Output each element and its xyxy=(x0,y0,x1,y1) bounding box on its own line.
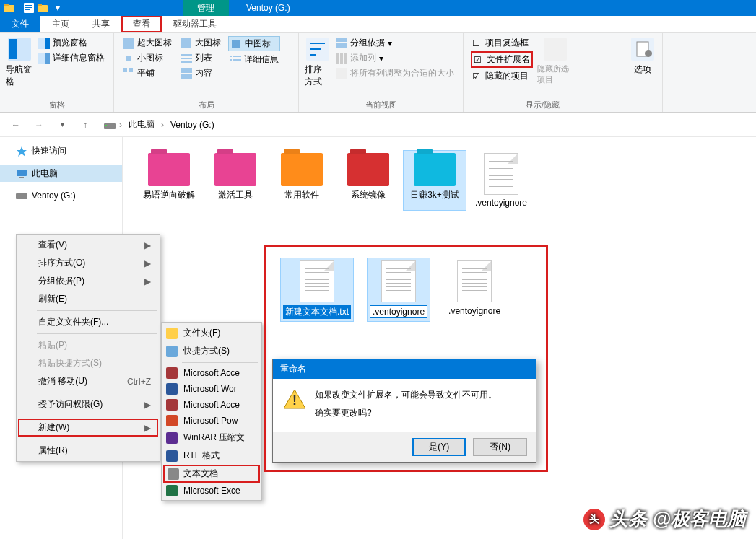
sort-by-button[interactable]: 排序方式 xyxy=(303,35,331,91)
ctx-new-item[interactable]: Microsoft Acce xyxy=(163,397,260,413)
tab-drive-tools[interactable]: 驱动器工具 xyxy=(162,16,228,32)
warning-icon: ! xyxy=(283,389,306,409)
qat-dropdown-icon[interactable]: ▾ xyxy=(51,1,64,14)
layout-small[interactable]: 小图标 xyxy=(121,51,173,65)
folder-item[interactable]: 常用软件 xyxy=(270,150,334,211)
overlay-file-item[interactable]: 新建文本文档.txt xyxy=(280,258,354,322)
breadcrumb[interactable]: 此电脑 Ventoy (G:) xyxy=(100,115,749,134)
ctx-item[interactable]: 刷新(E) xyxy=(18,290,158,308)
svg-rect-28 xyxy=(233,59,241,61)
ctx-item[interactable]: 属性(R) xyxy=(18,442,158,460)
folder-icon xyxy=(148,153,190,186)
ctx-new-item[interactable]: Microsoft Pow xyxy=(163,413,260,429)
txt-icon xyxy=(168,468,179,480)
access-icon xyxy=(166,367,178,379)
ribbon-tabstrip: 文件 主页 共享 查看 驱动器工具 xyxy=(0,16,756,33)
layout-content[interactable]: 内容 xyxy=(179,66,222,80)
file-label[interactable]: .ventoyignore xyxy=(370,305,427,318)
sidebar-ventoy[interactable]: Ventoy (G:) xyxy=(0,188,122,203)
ribbon: 导航窗格 预览窗格 详细信息窗格 窗格 超大图标 小图标 平铺 大图标 列表 内… xyxy=(0,33,756,113)
tab-home[interactable]: 主页 xyxy=(40,16,81,32)
ctx-new-item[interactable]: 文本文档 xyxy=(163,465,260,483)
overlay-file-item[interactable]: .ventoyignore xyxy=(367,258,430,322)
svg-rect-45 xyxy=(16,193,27,199)
dialog-no-button[interactable]: 否(N) xyxy=(473,438,527,456)
folder-item[interactable]: 系统镜像 xyxy=(336,150,400,211)
ctx-item[interactable]: 查看(V)▶ xyxy=(18,236,158,254)
layout-details[interactable]: 详细信息 xyxy=(228,53,280,66)
file-label[interactable]: 新建文本文档.txt xyxy=(283,305,351,319)
svg-rect-32 xyxy=(336,53,339,64)
group-by-button[interactable]: 分组依据 ▾ xyxy=(334,36,456,50)
properties-icon[interactable] xyxy=(22,1,35,14)
folder-item[interactable]: 易语逆向破解 xyxy=(137,150,201,211)
details-pane-button[interactable]: 详细信息窗格 xyxy=(37,51,106,65)
hide-selected-label: 隐藏所选项目 xyxy=(537,63,573,85)
layout-extra-large[interactable]: 超大图标 xyxy=(121,36,173,50)
hidden-items-toggle[interactable]: 隐藏的项目 xyxy=(471,69,533,83)
dialog-title: 重命名 xyxy=(273,359,536,379)
titlebar: ▾ 管理 Ventoy (G:) xyxy=(0,0,756,16)
ctx-new-item[interactable]: Microsoft Exce xyxy=(163,483,260,499)
hide-selected-button[interactable]: 隐藏所选项目 xyxy=(536,35,575,88)
folder-item[interactable]: 日赚3k+测试 xyxy=(403,150,466,211)
group-layout-label: 布局 xyxy=(118,98,294,112)
group-show-hide-label: 显示/隐藏 xyxy=(468,98,617,112)
breadcrumb-this-pc[interactable]: 此电脑 xyxy=(126,117,157,132)
ctx-item[interactable]: 新建(W)▶ xyxy=(18,419,158,437)
ctx-new-item[interactable]: 快捷方式(S) xyxy=(163,342,260,360)
back-button[interactable]: ← xyxy=(7,116,25,133)
new-folder-icon[interactable] xyxy=(37,1,50,14)
svg-rect-15 xyxy=(126,56,131,61)
forward-button[interactable]: → xyxy=(30,116,48,133)
ctx-item[interactable]: 授予访问权限(G)▶ xyxy=(18,395,158,413)
ctx-item[interactable]: 分组依据(P)▶ xyxy=(18,272,158,290)
chevron-right-icon: ▶ xyxy=(144,240,151,250)
svg-rect-34 xyxy=(344,53,347,64)
ctx-item[interactable]: 粘贴(P) xyxy=(18,336,158,354)
recent-dropdown[interactable]: ▾ xyxy=(53,116,71,133)
svg-marker-42 xyxy=(17,146,27,157)
layout-large[interactable]: 大图标 xyxy=(179,36,222,50)
folder-label: 日赚3k+测试 xyxy=(410,189,459,201)
layout-medium[interactable]: 中图标 xyxy=(228,36,280,51)
file-item[interactable]: .ventoyignore xyxy=(469,150,533,211)
add-columns-button[interactable]: 添加列 ▾ xyxy=(334,51,456,65)
svg-rect-16 xyxy=(123,68,127,72)
size-all-columns-button[interactable]: 将所有列调整为合适的大小 xyxy=(334,66,456,80)
ctx-item[interactable]: 排序方式(O)▶ xyxy=(18,254,158,272)
sidebar-quick-access[interactable]: 快速访问 xyxy=(0,143,122,159)
layout-tiles[interactable]: 平铺 xyxy=(121,66,173,80)
item-checkboxes-toggle[interactable]: 项目复选框 xyxy=(471,36,533,50)
svg-rect-26 xyxy=(233,56,241,57)
svg-rect-46 xyxy=(166,328,178,339)
folder-item[interactable]: 激活工具 xyxy=(204,150,267,211)
group-current-view-label: 当前视图 xyxy=(303,98,459,112)
svg-rect-3 xyxy=(25,5,32,6)
nav-pane-label: 导航窗格 xyxy=(6,63,32,88)
file-ext-toggle[interactable]: 文件扩展名 xyxy=(471,51,533,68)
context-tab-manage[interactable]: 管理 xyxy=(183,0,229,16)
tab-view[interactable]: 查看 xyxy=(121,16,162,32)
up-button[interactable]: ↑ xyxy=(77,116,94,133)
ctx-item[interactable]: 撤消 移动(U)Ctrl+Z xyxy=(18,372,158,390)
ctx-item[interactable]: 粘贴快捷方式(S) xyxy=(18,354,158,372)
ctx-new-item[interactable]: Microsoft Acce xyxy=(163,365,260,381)
svg-rect-52 xyxy=(166,432,178,444)
sidebar-this-pc[interactable]: 此电脑 xyxy=(0,165,122,182)
nav-pane-button[interactable]: 导航窗格 xyxy=(4,35,34,91)
overlay-file-item[interactable]: .ventoyignore xyxy=(443,258,505,322)
dialog-yes-button[interactable]: 是(Y) xyxy=(412,438,466,456)
folder-icon xyxy=(214,153,256,186)
options-button[interactable]: 选项 xyxy=(627,35,658,79)
ctx-new-item[interactable]: Microsoft Wor xyxy=(163,381,260,397)
tab-share[interactable]: 共享 xyxy=(81,16,121,32)
tab-file[interactable]: 文件 xyxy=(0,16,40,32)
ctx-item[interactable]: 自定义文件夹(F)... xyxy=(18,313,158,331)
preview-pane-button[interactable]: 预览窗格 xyxy=(37,36,106,50)
breadcrumb-drive[interactable]: Ventoy (G:) xyxy=(168,118,217,131)
ctx-new-item[interactable]: 文件夹(F) xyxy=(163,324,260,342)
ctx-new-item[interactable]: RTF 格式 xyxy=(163,447,260,465)
ctx-new-item[interactable]: WinRAR 压缩文 xyxy=(163,429,260,447)
layout-list[interactable]: 列表 xyxy=(179,51,222,65)
